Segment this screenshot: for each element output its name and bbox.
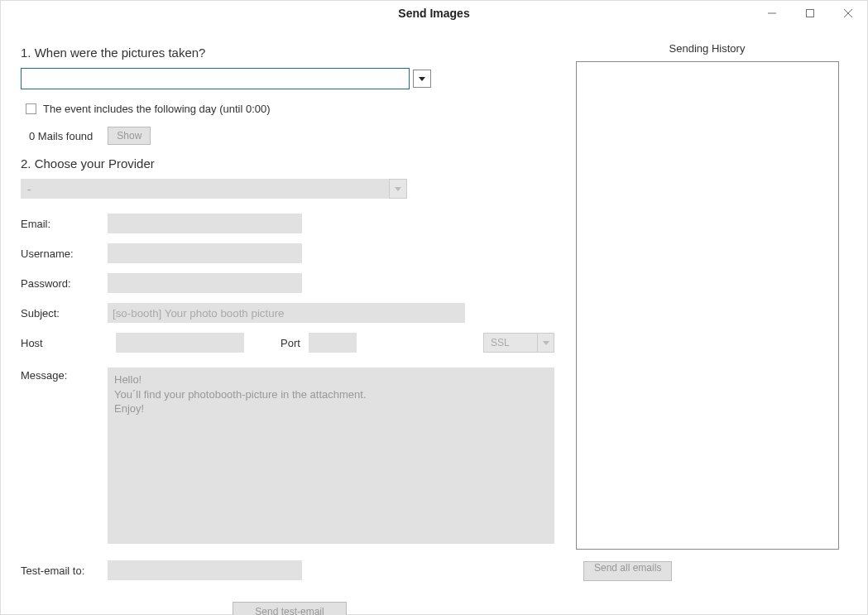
send-test-button[interactable]: Send test-email: [233, 602, 347, 615]
test-email-row: Test-email to:: [21, 560, 559, 580]
message-textarea[interactable]: [108, 368, 554, 544]
close-icon: [844, 9, 852, 17]
chevron-down-icon: [543, 341, 549, 345]
provider-value: -: [21, 183, 389, 195]
history-label: Sending History: [669, 42, 746, 55]
chevron-down-icon: [395, 187, 401, 191]
minimize-button[interactable]: [753, 1, 791, 26]
ssl-value: SSL: [484, 337, 537, 348]
port-label: Port: [281, 337, 300, 349]
include-next-day-row: The event includes the following day (un…: [26, 103, 559, 115]
email-label: Email:: [21, 218, 108, 230]
test-email-input[interactable]: [108, 560, 302, 580]
history-list[interactable]: [576, 61, 839, 550]
host-port-row: Host Port SSL: [21, 333, 554, 353]
email-row: Email:: [21, 214, 559, 233]
include-next-day-checkbox[interactable]: [26, 103, 36, 114]
subject-label: Subject:: [21, 307, 108, 320]
provider-dropdown-button[interactable]: [389, 179, 407, 199]
svg-marker-6: [543, 341, 549, 345]
provider-select[interactable]: -: [21, 179, 407, 199]
content-area: 1. When were the pictures taken? The eve…: [1, 26, 867, 614]
date-dropdown-button[interactable]: [413, 70, 431, 88]
username-label: Username:: [21, 247, 108, 260]
window-controls: [753, 1, 867, 26]
titlebar: Send Images: [1, 1, 867, 26]
section2-heading: 2. Choose your Provider: [21, 156, 559, 171]
email-input[interactable]: [108, 214, 302, 233]
right-column: Sending History Send all emails: [559, 42, 847, 604]
test-email-label: Test-email to:: [21, 565, 108, 577]
show-button[interactable]: Show: [108, 127, 151, 145]
username-input[interactable]: [108, 243, 302, 263]
minimize-icon: [768, 9, 776, 17]
svg-rect-1: [807, 10, 814, 17]
password-label: Password:: [21, 277, 108, 290]
mails-found-text: 0 Mails found: [29, 130, 93, 142]
password-input[interactable]: [108, 273, 302, 293]
host-label: Host: [21, 337, 108, 349]
window: Send Images 1. When were the pictures ta…: [0, 0, 868, 615]
ssl-select[interactable]: SSL: [483, 333, 554, 353]
section1-heading: 1. When were the pictures taken?: [21, 46, 559, 60]
subject-row: Subject:: [21, 303, 559, 323]
message-row: Message:: [21, 368, 559, 544]
window-title: Send Images: [398, 7, 469, 20]
message-label: Message:: [21, 368, 108, 544]
svg-marker-5: [395, 187, 401, 191]
svg-marker-4: [419, 77, 425, 81]
maximize-button[interactable]: [791, 1, 829, 26]
send-all-button[interactable]: Send all emails: [583, 561, 672, 581]
left-column: 1. When were the pictures taken? The eve…: [21, 42, 559, 604]
include-next-day-label: The event includes the following day (un…: [43, 103, 271, 115]
date-row: [21, 68, 559, 89]
caret-down-icon: [419, 77, 425, 81]
host-input[interactable]: [116, 333, 244, 353]
mails-found-row: 0 Mails found Show: [29, 127, 559, 145]
close-button[interactable]: [829, 1, 867, 26]
maximize-icon: [806, 9, 814, 17]
username-row: Username:: [21, 243, 559, 263]
date-input[interactable]: [21, 68, 410, 89]
ssl-dropdown-button[interactable]: [537, 334, 554, 352]
port-input[interactable]: [309, 333, 357, 353]
send-test-row: Send test-email: [21, 602, 559, 615]
password-row: Password:: [21, 273, 559, 293]
subject-input[interactable]: [108, 303, 465, 323]
